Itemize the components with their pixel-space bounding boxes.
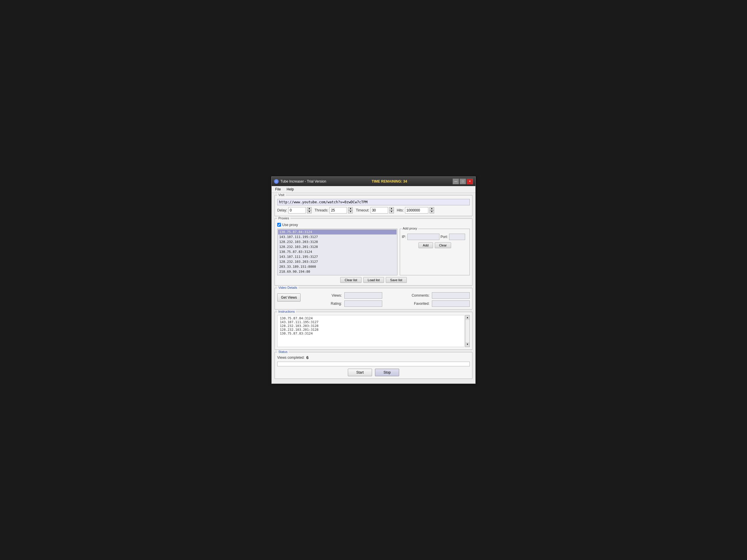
status-row: Views completed: 6 xyxy=(277,355,470,360)
use-proxy-row: Use proxy xyxy=(277,223,470,227)
timeout-input[interactable] xyxy=(370,207,388,213)
add-proxy-box: Add proxy IP: Port: Add Clear xyxy=(400,229,470,275)
delay-input[interactable] xyxy=(288,207,306,213)
content: Visit Delay: ▲ ▼ Threads: ▲ ▼ xyxy=(272,193,475,383)
views-count: 6 xyxy=(306,355,309,360)
hits-label: Hits: xyxy=(397,208,404,212)
menu-file[interactable]: File xyxy=(273,187,283,192)
visit-label: Visit xyxy=(277,193,286,196)
timeout-down[interactable]: ▼ xyxy=(389,210,394,213)
add-proxy-buttons: Add Clear xyxy=(402,242,468,248)
rating-label: Rating: xyxy=(304,301,342,306)
time-remaining: TIME REMAINING: 34 xyxy=(372,179,407,183)
instruction-line: 128.232.103.201:3128 xyxy=(280,328,462,331)
proxy-list-item[interactable]: 203.33.189.151:8000 xyxy=(278,264,396,269)
main-window: Tube Increaser - Trial Version TIME REMA… xyxy=(272,177,475,384)
clear-list-button[interactable]: Clear list xyxy=(340,277,362,283)
hits-up[interactable]: ▲ xyxy=(430,207,434,210)
progress-bar-container xyxy=(277,362,470,366)
save-list-button[interactable]: Save list xyxy=(386,277,407,283)
video-fields: Views: Comments: Rating: Favorited: xyxy=(304,292,470,307)
delay-label: Delay: xyxy=(277,208,287,212)
rating-field[interactable] xyxy=(344,300,382,307)
use-proxy-label: Use proxy xyxy=(282,223,298,227)
minimize-button[interactable]: — xyxy=(453,179,459,184)
proxy-list-item[interactable]: 128.232.103.203:3128 xyxy=(278,239,396,244)
proxy-list-item[interactable]: 128.232.103.201:3128 xyxy=(278,244,396,249)
port-label: Port: xyxy=(441,235,448,239)
use-proxy-checkbox[interactable] xyxy=(277,223,281,226)
ip-label: IP: xyxy=(402,235,406,239)
clear-proxy-button[interactable]: Clear xyxy=(435,242,451,248)
add-proxy-button[interactable]: Add xyxy=(418,242,433,248)
hits-input[interactable] xyxy=(405,207,428,213)
views-field[interactable] xyxy=(344,292,382,299)
port-input[interactable] xyxy=(449,234,465,240)
instruction-line: 143.107.111.195:3127 xyxy=(280,320,462,324)
instruction-line: 130.75.87.83:3124 xyxy=(280,331,462,336)
proxy-list-item[interactable]: 130.75.87.84:3124 xyxy=(278,230,396,235)
threads-group: Threads: ▲ ▼ xyxy=(314,207,353,213)
instruction-line: 130.75.87.84:3124 xyxy=(280,317,462,320)
timeout-group: Timeout: ▲ ▼ xyxy=(356,207,394,213)
get-views-button[interactable]: Get Views xyxy=(277,293,301,301)
video-details-label: Video Details xyxy=(277,286,299,289)
proxy-main: 130.75.87.84:3124143.107.111.195:3127128… xyxy=(277,229,470,275)
scroll-track xyxy=(465,320,469,342)
hits-group: Hits: ▲ ▼ xyxy=(397,207,434,213)
instructions-group: Instructions 130.75.87.84:3124143.107.11… xyxy=(275,312,472,350)
controls-row: Delay: ▲ ▼ Threads: ▲ ▼ Timeou xyxy=(277,207,470,213)
app-icon xyxy=(274,179,279,184)
delay-spinners: ▲ ▼ xyxy=(307,207,312,213)
ip-input[interactable] xyxy=(407,234,439,240)
visit-group: Visit Delay: ▲ ▼ Threads: ▲ ▼ xyxy=(275,195,472,216)
proxy-list-item[interactable]: 128.232.103.203:3127 xyxy=(278,259,396,264)
add-proxy-label: Add proxy xyxy=(402,226,418,230)
proxy-list[interactable]: 130.75.87.84:3124143.107.111.195:3127128… xyxy=(278,229,397,275)
proxy-list-item[interactable]: 143.107.111.195:3127 xyxy=(278,254,396,259)
menu-help[interactable]: Help xyxy=(284,187,296,192)
delay-up[interactable]: ▲ xyxy=(307,207,312,210)
load-list-button[interactable]: Load list xyxy=(363,277,384,283)
close-button[interactable]: ✕ xyxy=(467,179,473,184)
comments-field[interactable] xyxy=(432,292,470,299)
threads-spinners: ▲ ▼ xyxy=(348,207,353,213)
proxies-group: Proxies Use proxy 130.75.87.84:3124143.1… xyxy=(275,218,472,286)
scroll-down-button[interactable]: ▼ xyxy=(465,342,469,347)
hits-down[interactable]: ▼ xyxy=(430,210,434,213)
threads-input[interactable] xyxy=(330,207,347,213)
favorited-field[interactable] xyxy=(432,300,470,307)
maximize-button[interactable]: □ xyxy=(460,179,466,184)
timeout-label: Timeout: xyxy=(356,208,369,212)
start-button[interactable]: Start xyxy=(348,369,372,376)
timeout-up[interactable]: ▲ xyxy=(389,207,394,210)
delay-group: Delay: ▲ ▼ xyxy=(277,207,312,213)
action-buttons: Start Stop xyxy=(277,369,470,376)
proxy-list-item[interactable]: 218.69.90.194:80 xyxy=(278,269,396,274)
instructions-scrollbar: ▲ ▼ xyxy=(465,315,470,347)
title-bar-left: Tube Increaser - Trial Version xyxy=(274,179,326,184)
proxy-list-item[interactable]: 130.75.87.83:3124 xyxy=(278,249,396,254)
scroll-up-button[interactable]: ▲ xyxy=(465,315,469,320)
instruction-line: 128.232.103.203:3128 xyxy=(280,324,462,328)
title-bar: Tube Increaser - Trial Version TIME REMA… xyxy=(272,177,475,186)
instructions-content: 130.75.87.84:3124143.107.111.195:3127128… xyxy=(277,315,470,347)
menu-bar: File Help xyxy=(272,186,475,193)
views-label: Views: xyxy=(304,293,342,297)
status-group: Status Views completed: 6 Start Stop xyxy=(275,352,472,379)
url-input[interactable] xyxy=(277,199,470,205)
delay-down[interactable]: ▼ xyxy=(307,210,312,213)
instructions-label: Instructions xyxy=(277,310,296,313)
threads-down[interactable]: ▼ xyxy=(348,210,353,213)
list-buttons: Clear list Load list Save list xyxy=(277,277,470,283)
proxy-list-container: 130.75.87.84:3124143.107.111.195:3127128… xyxy=(277,229,397,275)
instructions-text: 130.75.87.84:3124143.107.111.195:3127128… xyxy=(277,315,465,347)
favorited-label: Favorited: xyxy=(385,301,430,306)
video-details-group: Video Details Get Views Views: Comments:… xyxy=(275,288,472,310)
threads-up[interactable]: ▲ xyxy=(348,207,353,210)
views-completed-label: Views completed: xyxy=(277,355,305,359)
stop-button[interactable]: Stop xyxy=(375,369,399,376)
proxy-list-item[interactable]: 143.107.111.195:3127 xyxy=(278,235,396,239)
comments-label: Comments: xyxy=(385,293,430,297)
window-title: Tube Increaser - Trial Version xyxy=(280,179,326,183)
